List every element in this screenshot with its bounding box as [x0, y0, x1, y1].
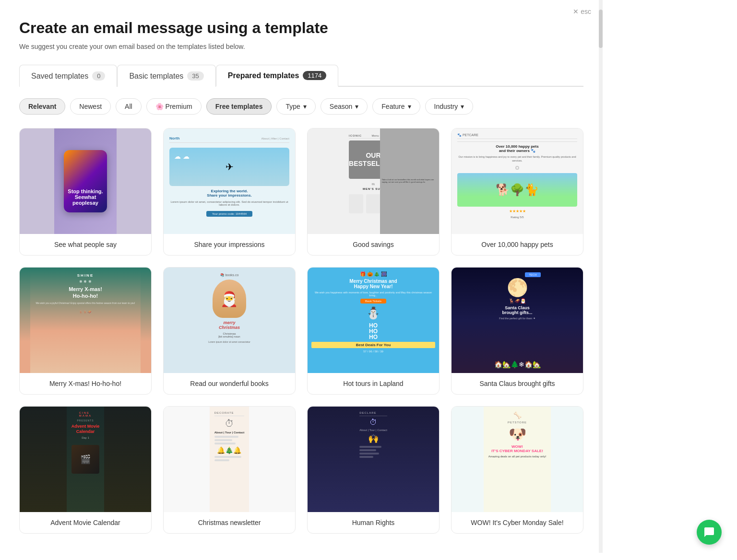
template-card[interactable]: DECORATE ⏱ About | Tour | Contact 🔔🎄🔔 Ch… — [163, 406, 296, 534]
filter-season[interactable]: Season ▾ — [321, 98, 368, 115]
template-preview: 📚 books.co 🎅 merryChristmas Christmas[ki… — [164, 268, 295, 373]
template-card[interactable]: 🐾 PETCARE Over 10,000 happy petsand thei… — [451, 128, 583, 256]
template-label: Santa Claus brought gifts — [452, 373, 583, 394]
template-preview: 🐾 PETCARE Over 10,000 happy petsand thei… — [452, 128, 583, 234]
template-label: WOW! It's Cyber Monday Sale! — [452, 512, 583, 533]
filter-all[interactable]: All — [116, 98, 142, 115]
tab-prepared[interactable]: Prepared templates 1174 — [216, 65, 338, 87]
page-subtitle: We suggest you create your own email bas… — [19, 43, 583, 50]
esc-button[interactable]: ✕ esc — [573, 8, 591, 15]
template-preview: 🎁 🎃 🎄 🎆 Merry Christmas andHappy New Yea… — [308, 268, 439, 373]
template-preview: DECLARE ⏱ About | Tour | Contact 🙌 — [308, 407, 439, 512]
template-card[interactable]: DECLARE ⏱ About | Tour | Contact 🙌 Human… — [307, 406, 440, 534]
template-preview: North About | After | Contact ☁ ☁ ✈ Expl… — [164, 128, 295, 234]
template-label: Over 10,000 happy pets — [452, 234, 583, 255]
scrollbar-thumb — [599, 10, 603, 48]
filter-free[interactable]: Free templates — [206, 98, 272, 115]
filter-premium[interactable]: 🌸Premium — [146, 98, 202, 115]
premium-icon: 🌸 — [155, 103, 164, 110]
template-preview: CINEMAMA PRESENTS Advent MovieCalendar D… — [20, 407, 151, 512]
close-icon: ✕ — [573, 8, 579, 15]
template-preview: ICONIC Menu About Shop OURBESTSELLERS Ta… — [308, 128, 439, 234]
template-preview: DECORATE ⏱ About | Tour | Contact 🔔🎄🔔 — [164, 407, 295, 512]
filter-industry[interactable]: Industry ▾ — [425, 98, 474, 115]
template-card[interactable]: ICONIC Menu About Shop OURBESTSELLERS Ta… — [307, 128, 440, 256]
template-card[interactable]: CINEMAMA PRESENTS Advent MovieCalendar D… — [19, 406, 152, 534]
chevron-down-icon: ▾ — [355, 103, 358, 110]
template-label: Advent Movie Calendar — [20, 512, 151, 533]
template-label: Merry X-mas! Ho-ho-ho! — [20, 373, 151, 394]
template-label: Christmas newsletter — [164, 512, 295, 533]
template-preview: 🦴 PetStore 🐶 WOW!IT'S CYBER MONDAY SALE!… — [452, 407, 583, 512]
tab-basic[interactable]: Basic templates 35 — [117, 65, 215, 87]
chevron-down-icon: ▾ — [408, 103, 411, 110]
tabs-row: Saved templates 0 Basic templates 35 Pre… — [19, 64, 583, 87]
filter-row: Relevant Newest All 🌸Premium Free templa… — [19, 98, 583, 115]
filter-newest[interactable]: Newest — [70, 98, 111, 115]
template-card[interactable]: 📚 books.co 🎅 merryChristmas Christmas[ki… — [163, 267, 296, 395]
template-card[interactable]: Stop thinking.Seewhat peoplesay See what… — [19, 128, 152, 256]
template-label: Hot tours in Lapland — [308, 373, 439, 394]
template-label: Human Rights — [308, 512, 439, 533]
filter-type[interactable]: Type ▾ — [276, 98, 315, 115]
template-card[interactable]: TECH 🌕 🦌🛷🎅 Santa Clausbrought gifts... F… — [451, 267, 583, 395]
template-card[interactable]: North About | After | Contact ☁ ☁ ✈ Expl… — [163, 128, 296, 256]
template-grid: Stop thinking.Seewhat peoplesay See what… — [19, 128, 583, 534]
template-card[interactable]: SHINE ❄ ❄ ❄ Merry X-mas!Ho-ho-ho! We wis… — [19, 267, 152, 395]
template-label: Share your impressions — [164, 234, 295, 255]
template-label: Read our wonderful books — [164, 373, 295, 394]
template-card[interactable]: 🦴 PetStore 🐶 WOW!IT'S CYBER MONDAY SALE!… — [451, 406, 583, 534]
esc-label: esc — [581, 8, 591, 15]
template-label: See what people say — [20, 234, 151, 255]
chevron-down-icon: ▾ — [303, 103, 307, 110]
scrollbar[interactable] — [599, 0, 603, 553]
template-preview: Stop thinking.Seewhat peoplesay — [20, 128, 151, 234]
template-label: Good savings — [308, 234, 439, 255]
filter-feature[interactable]: Feature ▾ — [372, 98, 420, 115]
filter-relevant[interactable]: Relevant — [19, 98, 65, 115]
template-card[interactable]: 🎁 🎃 🎄 🎆 Merry Christmas andHappy New Yea… — [307, 267, 440, 395]
chevron-down-icon: ▾ — [461, 103, 464, 110]
page-title: Create an email message using a template — [19, 19, 583, 37]
tab-saved[interactable]: Saved templates 0 — [19, 65, 117, 87]
template-preview: SHINE ❄ ❄ ❄ Merry X-mas!Ho-ho-ho! We wis… — [20, 268, 151, 373]
template-preview: TECH 🌕 🦌🛷🎅 Santa Clausbrought gifts... F… — [452, 268, 583, 373]
